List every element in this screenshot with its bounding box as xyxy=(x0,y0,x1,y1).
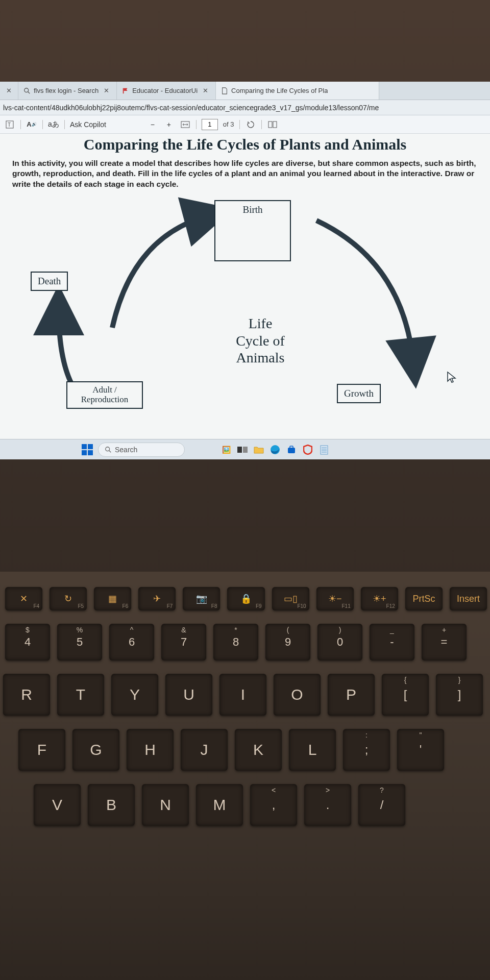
rotate-icon[interactable] xyxy=(245,119,256,130)
keyboard-key: ^6 xyxy=(109,624,154,660)
start-button[interactable] xyxy=(82,444,93,455)
keyboard-key: 🔒F9 xyxy=(227,587,264,610)
taskbar-app-edge-icon[interactable] xyxy=(270,444,281,455)
pdf-toolbar: T A🔊 aあ Ask Copilot − + of 3 xyxy=(0,115,490,134)
mouse-cursor-icon xyxy=(447,371,457,386)
read-aloud-icon[interactable]: A🔊 xyxy=(26,119,37,130)
keyboard-key: _- xyxy=(370,624,414,660)
flag-icon xyxy=(122,87,129,94)
keyboard-key: P xyxy=(328,674,375,716)
fit-width-icon[interactable] xyxy=(180,119,191,130)
keyboard-key: G xyxy=(72,729,119,771)
close-icon[interactable]: ✕ xyxy=(4,87,14,94)
svg-point-8 xyxy=(106,447,110,451)
keyboard-key: )0 xyxy=(317,624,362,660)
stage-label: Death xyxy=(38,276,61,286)
svg-point-0 xyxy=(24,88,29,92)
keyboard-key: H xyxy=(127,729,174,771)
stage-label: Birth xyxy=(242,204,262,215)
url-text: lvs-cat-content/48udkh06ulobhj22pij8oute… xyxy=(3,104,379,112)
keyboard-key: %5 xyxy=(57,624,102,660)
taskbar-app-notes-icon[interactable] xyxy=(318,444,330,455)
keyboard-key: K xyxy=(235,729,282,771)
tab-label: Comparing the Life Cycles of Pla xyxy=(231,87,328,94)
taskbar-app-mcafee-icon[interactable] xyxy=(302,444,313,455)
svg-line-9 xyxy=(109,450,111,452)
keyboard-key: Insert xyxy=(450,587,487,610)
keyboard-key: <, xyxy=(250,784,297,826)
page-total-label: of 3 xyxy=(223,120,234,128)
keyboard-key: Y xyxy=(111,674,158,716)
keyboard-key: $4 xyxy=(5,624,50,660)
taskbar-search[interactable]: Search xyxy=(98,443,185,457)
keyboard-key: PrtSc xyxy=(405,587,443,610)
keyboard-key: ☀+F12 xyxy=(361,587,398,610)
address-bar[interactable]: lvs-cat-content/48udkh06ulobhj22pij8oute… xyxy=(0,100,490,115)
svg-line-1 xyxy=(28,91,30,93)
keyboard-key: *8 xyxy=(213,624,258,660)
keyboard-key: N xyxy=(142,784,189,826)
svg-rect-14 xyxy=(290,446,293,448)
keyboard-key: ✕F4 xyxy=(5,587,42,610)
zoom-out-button[interactable]: − xyxy=(147,119,158,130)
keyboard-key: M xyxy=(196,784,243,826)
taskbar-app-desktop-icon[interactable]: 🖼️ xyxy=(220,444,232,455)
zoom-in-button[interactable]: + xyxy=(163,119,175,130)
svg-rect-10 xyxy=(237,447,242,453)
magnifier-icon xyxy=(23,87,31,94)
stage-death: Death xyxy=(31,272,68,291)
browser-tab-2[interactable]: Educator - EducatorUi ✕ xyxy=(117,82,216,100)
keyboard-key: ↻F5 xyxy=(50,587,87,610)
separator xyxy=(42,120,43,129)
stage-label: Growth xyxy=(344,388,374,399)
keyboard-key: {[ xyxy=(382,674,429,716)
separator xyxy=(196,120,197,129)
browser-tab-1[interactable]: flvs flex login - Search ✕ xyxy=(18,82,117,100)
keyboard-key: J xyxy=(181,729,228,771)
keyboard-key: ?/ xyxy=(358,784,405,826)
keyboard-key: }] xyxy=(436,674,483,716)
document-icon xyxy=(221,87,228,94)
windows-taskbar: Search 🖼️ xyxy=(0,439,490,459)
stage-adult-reproduction: Adult / Reproduction xyxy=(66,381,143,408)
search-placeholder: Search xyxy=(115,446,137,454)
svg-rect-11 xyxy=(243,447,248,453)
keyboard-key: :; xyxy=(343,729,390,771)
intro-paragraph: In this activity, you will create a mode… xyxy=(12,158,478,190)
search-icon xyxy=(105,446,112,453)
svg-rect-2 xyxy=(123,88,124,93)
pdf-document: Comparing the Life Cycles of Plants and … xyxy=(0,134,490,439)
keyboard-key: (9 xyxy=(265,624,310,660)
stage-label: Adult / Reproduction xyxy=(81,385,129,404)
svg-rect-15 xyxy=(321,446,328,454)
keyboard-key: F xyxy=(18,729,65,771)
close-icon[interactable]: ✕ xyxy=(102,87,111,94)
taskbar-app-taskview-icon[interactable] xyxy=(237,444,248,455)
keyboard-key: R xyxy=(3,674,50,716)
keyboard-key: ✈F7 xyxy=(138,587,176,610)
contents-icon[interactable]: T xyxy=(4,119,15,130)
lifecycle-diagram: Birth Death Growth Adult / Reproduction … xyxy=(10,195,480,414)
close-icon[interactable]: ✕ xyxy=(201,87,210,94)
page-number-input[interactable] xyxy=(202,119,218,130)
translate-icon[interactable]: aあ xyxy=(48,119,59,130)
separator xyxy=(261,120,262,129)
keyboard-key: 📷F8 xyxy=(183,587,220,610)
keyboard-key: += xyxy=(422,624,467,660)
laptop-screen: ✕ flvs flex login - Search ✕ Educator - … xyxy=(0,82,490,459)
keyboard-key: ▦F6 xyxy=(94,587,131,610)
tab-label: flvs flex login - Search xyxy=(34,87,99,94)
taskbar-app-store-icon[interactable] xyxy=(286,444,297,455)
diagram-center-label: Life Cycle of Animals xyxy=(209,315,311,366)
keyboard-key: T xyxy=(57,674,104,716)
svg-text:T: T xyxy=(8,122,11,128)
taskbar-app-explorer-icon[interactable] xyxy=(253,444,264,455)
separator xyxy=(239,120,240,129)
keyboard-key: V xyxy=(34,784,81,826)
page-view-icon[interactable] xyxy=(267,119,278,130)
laptop-keyboard: ✕F4↻F5▦F6✈F7📷F8🔒F9▭▯F10☀−F11☀+F12PrtScIn… xyxy=(0,572,490,980)
tab-prev-close[interactable]: ✕ xyxy=(0,82,18,100)
keyboard-key: ☀−F11 xyxy=(316,587,354,610)
browser-tab-3-active[interactable]: Comparing the Life Cycles of Pla xyxy=(216,82,379,100)
ask-copilot-button[interactable]: Ask Copilot xyxy=(70,120,106,129)
